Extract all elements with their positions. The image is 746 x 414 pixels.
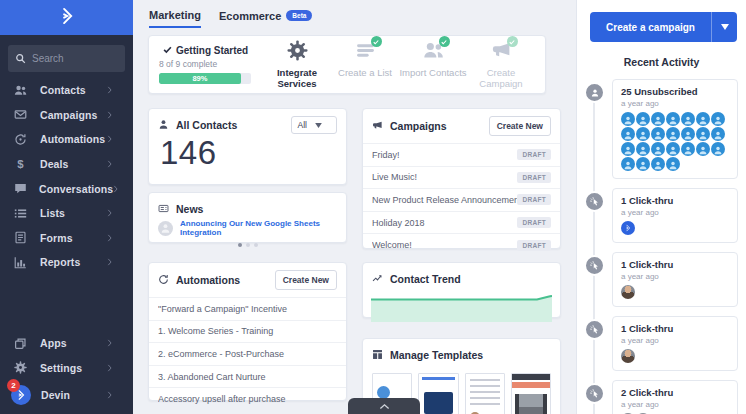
contact-avatar[interactable]: [636, 142, 650, 156]
sidebar-item-conversations[interactable]: Conversations: [0, 176, 133, 201]
campaign-name: New Product Release Announcement: [372, 195, 517, 205]
automation-row[interactable]: 3. Abandoned Cart Nurture: [149, 365, 346, 388]
activity-item: 1 Click-thrua year ago: [598, 252, 738, 307]
template-laptop-promo[interactable]: [418, 373, 458, 414]
bottom-tray-toggle[interactable]: [348, 398, 420, 414]
activity-card[interactable]: 2 Click-thrua year ago: [612, 380, 738, 414]
tab-marketing[interactable]: Marketing: [149, 9, 201, 28]
sidebar-item-automations[interactable]: Automations: [0, 127, 133, 152]
campaign-row[interactable]: Welcome!DRAFT: [363, 233, 560, 256]
contact-avatar[interactable]: [681, 127, 695, 141]
contact-avatar[interactable]: [711, 127, 725, 141]
contact-avatar[interactable]: [651, 142, 665, 156]
contact-avatar[interactable]: [666, 157, 680, 171]
automation-row[interactable]: 2. eCommerce - Post-Purchase: [149, 342, 346, 365]
tab-ecommerce[interactable]: EcommerceBeta: [219, 10, 312, 27]
sidebar-item-lists[interactable]: Lists: [0, 201, 133, 226]
activity-card[interactable]: 1 Click-thrua year ago: [612, 316, 738, 371]
sidebar-item-apps[interactable]: Apps: [0, 331, 133, 356]
contact-avatar[interactable]: [621, 349, 635, 363]
sidebar-item-reports[interactable]: Reports: [0, 250, 133, 275]
contact-avatar[interactable]: [621, 221, 635, 235]
getting-started-step-integrate-services[interactable]: Integrate Services: [263, 40, 331, 89]
contact-avatar[interactable]: [621, 112, 635, 126]
contact-avatar[interactable]: [666, 112, 680, 126]
activity-card[interactable]: 25 Unsubscribeda year ago: [612, 79, 738, 179]
chat-icon: [14, 182, 27, 195]
template-text-newsletter[interactable]: [465, 373, 505, 414]
step-label: Integrate Services: [263, 67, 331, 89]
search-input[interactable]: [32, 53, 118, 64]
activity-item: 1 Click-thrua year ago: [598, 316, 738, 371]
getting-started-step-import-contacts[interactable]: Import Contacts: [399, 40, 467, 89]
sidebar-item-label: Lists: [40, 207, 107, 219]
sidebar-item-deals[interactable]: $Deals: [0, 152, 133, 177]
automation-row[interactable]: Accessory upsell after purchase: [149, 387, 346, 410]
automations-list: "Forward a Campaign" Incentive1. Welcome…: [149, 297, 346, 410]
search-icon: [15, 50, 26, 68]
contact-avatar[interactable]: [681, 112, 695, 126]
contact-avatar[interactable]: [696, 127, 710, 141]
contact-avatar[interactable]: [651, 112, 665, 126]
contact-avatar[interactable]: [711, 112, 725, 126]
sidebar-nav-bottom: AppsSettings2Devin: [0, 331, 133, 410]
activity-panel: Create a campaign Recent Activity 25 Uns…: [576, 0, 746, 414]
automation-row[interactable]: "Forward a Campaign" Incentive: [149, 297, 346, 320]
contact-avatar[interactable]: [651, 157, 665, 171]
chevron-right-icon: [107, 209, 121, 217]
template-storefront[interactable]: [511, 373, 551, 414]
contact-avatar[interactable]: [666, 142, 680, 156]
contact-avatar[interactable]: [636, 112, 650, 126]
contact-avatar[interactable]: [621, 127, 635, 141]
activity-card[interactable]: 1 Click-thrua year ago: [612, 188, 738, 243]
contact-avatar[interactable]: [636, 127, 650, 141]
campaign-name: Live Music!: [372, 172, 517, 182]
form-icon: [14, 231, 28, 244]
activity-card[interactable]: 1 Click-thrua year ago: [612, 252, 738, 307]
sidebar-item-label: Deals: [40, 158, 107, 170]
campaign-row[interactable]: New Product Release AnnouncementDRAFT: [363, 188, 560, 211]
automation-row[interactable]: 1. Welcome Series - Training: [149, 320, 346, 343]
check-circle-icon: [371, 36, 382, 47]
campaigns-create-new-button[interactable]: Create New: [489, 116, 551, 136]
getting-started-step-create-a-list[interactable]: Create a List: [331, 40, 399, 89]
automations-create-new-button[interactable]: Create New: [275, 270, 337, 290]
status-badge: DRAFT: [517, 172, 551, 183]
carousel-dot[interactable]: [254, 243, 258, 247]
contact-avatar[interactable]: [621, 157, 635, 171]
logo-bar[interactable]: [0, 0, 133, 35]
contact-avatar[interactable]: [711, 142, 725, 156]
campaign-row[interactable]: Live Music!DRAFT: [363, 166, 560, 189]
campaign-row[interactable]: Friday!DRAFT: [363, 143, 560, 166]
campaign-row[interactable]: Holiday 2018DRAFT: [363, 211, 560, 234]
contact-avatar[interactable]: [696, 112, 710, 126]
contact-avatar[interactable]: [696, 142, 710, 156]
sidebar-item-devin[interactable]: 2Devin: [0, 380, 133, 410]
contacts-filter-select[interactable]: All: [291, 116, 337, 134]
search-box[interactable]: [8, 45, 125, 72]
activity-timestamp: a year ago: [621, 400, 729, 409]
sidebar-item-settings[interactable]: Settings: [0, 355, 133, 380]
check-circle-icon: [439, 36, 450, 47]
step-label: Create a List: [331, 67, 399, 78]
sidebar-item-label: Settings: [40, 362, 107, 374]
contact-avatar[interactable]: [621, 285, 635, 299]
contact-avatar[interactable]: [651, 127, 665, 141]
step-label: Import Contacts: [399, 67, 467, 78]
contact-avatar[interactable]: [621, 142, 635, 156]
getting-started-step-create-campaign[interactable]: Create Campaign: [467, 40, 535, 89]
sidebar-item-contacts[interactable]: Contacts: [0, 78, 133, 103]
carousel-dot[interactable]: [238, 243, 242, 247]
status-badge: DRAFT: [517, 240, 551, 251]
carousel-dot[interactable]: [246, 243, 250, 247]
contact-avatar[interactable]: [681, 142, 695, 156]
create-campaign-dropdown-toggle[interactable]: [711, 12, 737, 42]
notification-badge: 2: [7, 379, 20, 392]
status-badge: DRAFT: [517, 149, 551, 160]
news-headline-link[interactable]: Announcing Our New Google Sheets Integra…: [180, 219, 337, 237]
contact-avatar[interactable]: [666, 127, 680, 141]
sidebar-item-forms[interactable]: Forms: [0, 226, 133, 251]
create-campaign-button[interactable]: Create a campaign: [590, 12, 711, 42]
sidebar-item-campaigns[interactable]: Campaigns: [0, 103, 133, 128]
contact-avatar[interactable]: [636, 157, 650, 171]
